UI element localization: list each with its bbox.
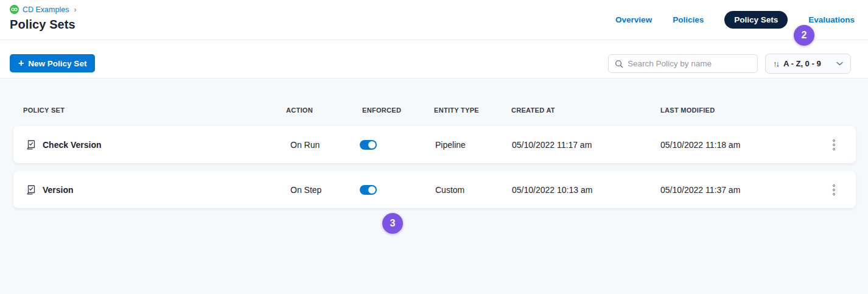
annotation-badge-3: 3 xyxy=(382,213,403,234)
column-header-last-modified: LAST MODIFIED xyxy=(660,107,715,114)
chevron-down-icon xyxy=(836,61,843,66)
policy-set-icon xyxy=(26,139,37,150)
sort-dropdown[interactable]: ↑↓ A - Z, 0 - 9 xyxy=(765,54,851,74)
last-modified-value: 05/10/2022 11:37 am xyxy=(660,185,740,195)
created-at-value: 05/10/2022 10:13 am xyxy=(512,185,592,195)
sort-icon: ↑↓ xyxy=(773,59,779,68)
tab-policy-sets[interactable]: Policy Sets xyxy=(724,11,788,29)
enforced-toggle[interactable] xyxy=(360,140,377,150)
tab-evaluations[interactable]: Evaluations xyxy=(808,15,855,24)
search-icon xyxy=(615,60,623,68)
created-at-value: 05/10/2022 11:17 am xyxy=(512,140,592,150)
toolbar: + New Policy Set ↑↓ A - Z, 0 - 9 xyxy=(0,41,868,79)
action-value: On Step xyxy=(290,185,321,195)
last-modified-value: 05/10/2022 11:18 am xyxy=(660,140,740,150)
plus-icon: + xyxy=(18,58,24,68)
table-section: POLICY SET ACTION ENFORCED ENTITY TYPE C… xyxy=(0,79,868,294)
page-title: Policy Sets xyxy=(10,18,75,32)
tab-overview[interactable]: Overview xyxy=(615,15,652,24)
cd-module-icon xyxy=(10,5,19,14)
column-header-enforced: ENFORCED xyxy=(362,107,401,114)
policy-sets-page: CD Examples › Policy Sets Overview Polic… xyxy=(0,0,868,294)
entity-type-value: Custom xyxy=(435,185,464,195)
action-value: On Run xyxy=(290,140,320,150)
sort-selected-value: A - Z, 0 - 9 xyxy=(783,59,831,68)
search-input[interactable] xyxy=(628,59,751,68)
column-header-action: ACTION xyxy=(286,107,313,114)
policy-set-icon xyxy=(26,184,37,195)
policy-set-name: Version xyxy=(43,185,74,195)
row-options-menu-icon[interactable] xyxy=(829,182,839,198)
toggle-knob xyxy=(368,186,376,194)
column-header-entity-type: ENTITY TYPE xyxy=(434,107,479,114)
table-row[interactable]: Version On Step Custom 05/10/2022 10:13 … xyxy=(13,171,856,208)
tab-policies[interactable]: Policies xyxy=(673,15,704,24)
search-box xyxy=(608,54,758,73)
column-header-policy-set: POLICY SET xyxy=(23,107,65,114)
policy-set-name: Check Version xyxy=(43,140,102,150)
toggle-knob xyxy=(368,141,376,149)
page-header: CD Examples › Policy Sets Overview Polic… xyxy=(0,0,868,40)
entity-type-value: Pipeline xyxy=(435,140,466,150)
top-nav-tabs: Overview Policies Policy Sets Evaluation… xyxy=(615,11,855,29)
table-row[interactable]: Check Version On Run Pipeline 05/10/2022… xyxy=(13,126,856,163)
new-policy-set-button[interactable]: + New Policy Set xyxy=(10,54,95,72)
table-header-row: POLICY SET ACTION ENFORCED ENTITY TYPE C… xyxy=(0,107,868,116)
breadcrumb: CD Examples › xyxy=(10,5,76,14)
enforced-toggle[interactable] xyxy=(360,185,377,195)
annotation-badge-2: 2 xyxy=(794,25,814,46)
breadcrumb-project-link[interactable]: CD Examples xyxy=(23,5,69,14)
row-options-menu-icon[interactable] xyxy=(829,137,839,153)
column-header-created-at: CREATED AT xyxy=(511,107,555,114)
breadcrumb-chevron-icon: › xyxy=(74,5,76,14)
new-policy-set-button-label: New Policy Set xyxy=(28,59,86,68)
